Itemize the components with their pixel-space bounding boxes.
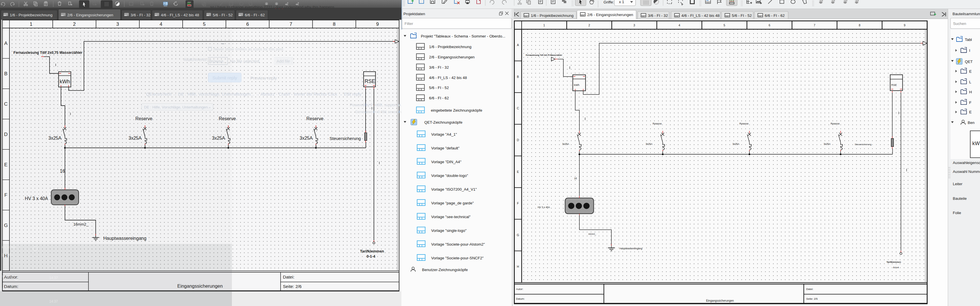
svg-text:Eingangssicherungen: Eingangssicherungen — [706, 299, 734, 302]
svg-text:C: C — [517, 107, 519, 110]
svg-text:QET: QET — [965, 59, 973, 64]
svg-text:F: F — [4, 192, 7, 198]
svg-text:A: A — [517, 43, 519, 47]
svg-text:QET-Zeichnungsköpfe: QET-Zeichnungsköpfe — [424, 120, 462, 124]
svg-text:Reserve: Reserve — [830, 122, 840, 125]
svg-text:3/6 - FI - 32: 3/6 - FI - 32 — [429, 65, 449, 70]
svg-text:Datei:: Datei: — [806, 287, 813, 290]
svg-text:4/6 - FI_LS - 42 bis 48: 4/6 - FI_LS - 42 bis 48 — [161, 13, 199, 17]
svg-text:0-1-4: 0-1-4 — [367, 254, 375, 258]
svg-text:Never show smilies as icons fo: Never show smilies as icons for this pos… — [213, 47, 284, 51]
svg-text:Attachments: Attachments — [183, 57, 207, 62]
svg-text:Seite: 2/6: Seite: 2/6 — [806, 297, 818, 300]
svg-text:Fernauslesung Tdlf 2x0,75 Wass: Fernauslesung Tdlf 2x0,75 Wasserzähler — [526, 54, 562, 56]
svg-text:ut und...: ut und... — [1, 286, 14, 290]
svg-text:Vorlage "single-logo": Vorlage "single-logo" — [431, 228, 467, 233]
svg-text:L: L — [969, 80, 971, 84]
svg-text:Powered by PunBB, supported...: Powered by PunBB, supported... — [350, 103, 401, 107]
svg-text:Seite: 2/6: Seite: 2/6 — [283, 284, 302, 289]
svg-text:1: 1 — [543, 24, 545, 27]
svg-text:G: G — [4, 223, 8, 228]
svg-text:2/6 - Eingangssicherungen: 2/6 - Eingangssicherungen — [67, 13, 113, 17]
svg-text:kW: kW — [972, 140, 980, 146]
svg-text:Add file: Add file — [277, 59, 290, 64]
svg-text:Vorlage "DIN_A4": Vorlage "DIN_A4" — [431, 160, 461, 164]
svg-text:D: D — [517, 139, 519, 142]
svg-text:n schw...: n schw... — [1, 274, 16, 279]
svg-text:3x25A: 3x25A — [562, 143, 569, 145]
svg-text:Datei:: Datei: — [283, 274, 294, 279]
svg-text:3x25A: 3x25A — [646, 143, 652, 145]
svg-text:3: 3 — [633, 24, 635, 27]
svg-text:5/6 - FI - 52: 5/6 - FI - 52 — [213, 13, 233, 17]
svg-text:⌄: ⌄ — [208, 105, 211, 109]
svg-text:6/6 - FI - 62: 6/6 - FI - 62 — [765, 13, 785, 18]
svg-text:Tarifklemmen: Tarifklemmen — [886, 261, 901, 263]
svg-text:Suchen: Suchen — [953, 21, 966, 26]
svg-text:D: D — [4, 132, 8, 137]
svg-text:E: E — [517, 171, 519, 174]
svg-text:Bauteile: Bauteile — [953, 196, 967, 201]
svg-text:0-1-4: 0-1-4 — [893, 266, 899, 269]
svg-text:Leiter: Leiter — [953, 182, 963, 186]
svg-text:No file selected.: No file selected. — [230, 59, 261, 64]
svg-text:2/6 - Eingangssicherungen: 2/6 - Eingangssicherungen — [587, 13, 633, 17]
svg-text:Reserve: Reserve — [740, 122, 749, 125]
svg-text:G: G — [517, 234, 519, 237]
svg-text:1/6 - Projektbezeichnung: 1/6 - Projektbezeichnung — [429, 45, 471, 49]
svg-text:Folie: Folie — [953, 211, 961, 215]
svg-text:H: H — [517, 265, 519, 268]
svg-text:DE : Hilfe, Vorschläge, Unterh: DE : Hilfe, Vorschläge, Unterhaltungen..… — [144, 105, 211, 109]
svg-text:F: F — [517, 202, 519, 205]
svg-text:E: E — [969, 69, 972, 73]
svg-text:7: 7 — [814, 24, 815, 27]
svg-text:14:37: 14:37 — [49, 300, 58, 303]
svg-text:kWh: kWh — [574, 83, 579, 86]
svg-text:Vorlage "A4_1": Vorlage "A4_1" — [431, 132, 457, 137]
svg-text:6/6 - FI - 62: 6/6 - FI - 62 — [429, 96, 449, 100]
svg-text:6/6 - FI - 62: 6/6 - FI - 62 — [245, 13, 265, 17]
svg-text:eingebettete Zeichnungsköpfe: eingebettete Zeichnungsköpfe — [431, 108, 482, 113]
svg-text:16: 16 — [574, 177, 577, 180]
svg-text:RSE: RSE — [365, 78, 375, 84]
svg-text:Tarifklemmen: Tarifklemmen — [360, 249, 384, 253]
svg-text:Vorlage "double-logo": Vorlage "double-logo" — [431, 174, 468, 178]
svg-text:5: 5 — [724, 24, 725, 27]
svg-text:5/6 - FI - 52: 5/6 - FI - 52 — [732, 13, 752, 18]
svg-text:Projektdaten: Projektdaten — [403, 12, 425, 16]
svg-text:Ben: Ben — [968, 121, 975, 125]
svg-text:3/6 - FI - 32: 3/6 - FI - 32 — [130, 13, 151, 17]
svg-text:Vorlage "ISO7200_A4_V1": Vorlage "ISO7200_A4_V1" — [431, 187, 477, 191]
svg-text:RSE: RSE — [891, 83, 897, 86]
svg-text:Benutzer-Zeichnungsköpfe: Benutzer-Zeichnungsköpfe — [422, 268, 468, 272]
svg-text:F: F — [969, 100, 971, 105]
svg-text:Bauteilsammlun: Bauteilsammlun — [953, 12, 980, 16]
svg-text:9: 9 — [904, 24, 905, 27]
svg-text:g und...: g und... — [2, 252, 14, 257]
svg-text:Reserve: Reserve — [653, 122, 662, 125]
svg-text:I: I — [969, 48, 970, 53]
svg-text:14:37: 14:37 — [49, 276, 58, 280]
svg-text:Vorlage "Societe-pour-SNCF2": Vorlage "Societe-pour-SNCF2" — [431, 256, 484, 260]
svg-text:4/6 - FI_LS - 42 bis 48: 4/6 - FI_LS - 42 bis 48 — [681, 13, 720, 18]
svg-text:Vorlage "page_de garde": Vorlage "page_de garde" — [431, 201, 474, 205]
svg-text:2/6 - Eingangssicherungen: 2/6 - Eingangssicherungen — [429, 55, 475, 59]
svg-text:Submit reply: Submit reply — [212, 75, 237, 80]
svg-text:1: 1 — [30, 21, 32, 27]
svg-text:8: 8 — [332, 21, 335, 27]
svg-text:6: 6 — [246, 21, 249, 27]
svg-text:Vorlage "Societe-pour-Alstom2": Vorlage "Societe-pour-Alstom2" — [431, 242, 485, 247]
svg-text:1/6 - Projektbezeichnung: 1/6 - Projektbezeichnung — [10, 13, 52, 17]
svg-text:6: 6 — [769, 24, 770, 27]
svg-text:x 1: x 1 — [619, 0, 624, 4]
svg-text:2: 2 — [73, 21, 76, 27]
svg-text:Datum:: Datum: — [516, 297, 525, 300]
svg-text:Vorlage "see-technical": Vorlage "see-technical" — [431, 215, 471, 219]
svg-text:3x25A: 3x25A — [824, 143, 830, 145]
svg-text:3: 3 — [116, 21, 119, 27]
svg-text:5: 5 — [203, 21, 205, 27]
svg-text:E: E — [969, 110, 972, 114]
svg-text:16mm2_: 16mm2_ — [588, 233, 597, 235]
svg-text:Preview reply: Preview reply — [250, 76, 277, 80]
svg-text:so i have to change everything: so i have to change everything ???? I do… — [210, 5, 334, 9]
